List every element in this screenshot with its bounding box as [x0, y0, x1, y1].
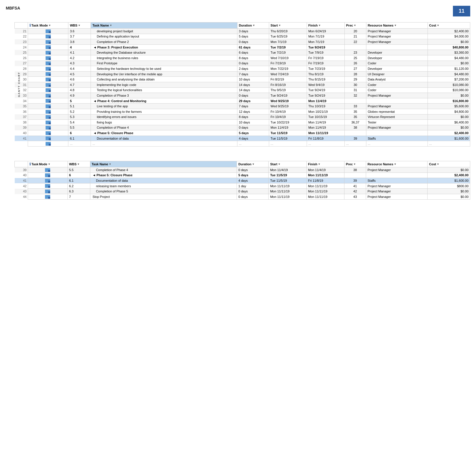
wbs-cell: 5.5	[68, 167, 90, 173]
wbs-filter-arrow[interactable]: ▼	[78, 24, 80, 27]
finish-cell: Thu 8/15/19	[307, 77, 344, 82]
cost-cell: $2,400.00	[428, 29, 470, 34]
taskname2-filter-arrow[interactable]: ▼	[109, 163, 111, 166]
cost-cell: $4,800.00	[428, 109, 470, 114]
th2-wbs[interactable]: WBS ▼	[68, 161, 90, 167]
th2-cost[interactable]: Cost ▼	[428, 161, 470, 167]
cost-cell: $4,480.00	[428, 71, 470, 77]
th2-resource[interactable]: Resource Names ▼	[366, 161, 427, 167]
wbs-cell: 5.1	[68, 104, 91, 109]
wbs-cell: 4.7	[68, 82, 91, 87]
finish-cell: Thu 10/3/19	[307, 104, 344, 109]
resource-cell: Developer	[366, 66, 428, 72]
task-mode-cell	[28, 93, 68, 98]
start-filter-arrow[interactable]: ▼	[278, 24, 281, 27]
taskname-filter-arrow[interactable]: ▼	[110, 24, 112, 27]
duration-cell: 10 days	[237, 120, 269, 125]
task-mode-cell	[28, 167, 68, 173]
prec-cell: 22	[344, 39, 366, 45]
start-cell: Tue 10/22/19	[269, 120, 307, 125]
resource-cell: Project Manager	[366, 104, 428, 109]
wbs-cell: 4.6	[68, 77, 91, 82]
duration-cell: 0 days	[237, 93, 269, 98]
resource-cell	[366, 98, 428, 104]
resource-cell: Staffs	[366, 178, 427, 183]
th-finish[interactable]: Finish ▼	[307, 23, 344, 29]
resource-cell: Project Manager	[366, 34, 428, 39]
taskname-cell: Completion of Phase 3	[91, 93, 237, 98]
wbs-cell: 6	[68, 130, 91, 136]
finish2-filter-arrow[interactable]: ▼	[318, 163, 321, 166]
th-taskname[interactable]: Task Name ▼	[91, 23, 237, 29]
prec2-filter-arrow[interactable]: ▼	[353, 163, 356, 166]
cost-cell: ...	[428, 141, 470, 147]
th-prec[interactable]: Prec ▼	[344, 23, 366, 29]
wbs2-filter-arrow[interactable]: ▼	[77, 163, 80, 166]
wbs-cell: 4.9	[68, 93, 91, 98]
task-mode-icon	[46, 115, 51, 119]
table-row: 42 6.2 releasing team members 1 day Mon …	[15, 183, 470, 189]
taskname-cell: Developing the Uer interface of the mobi…	[91, 71, 237, 77]
duration-cell: 8 days	[237, 55, 269, 61]
cost2-filter-arrow[interactable]: ▼	[437, 163, 439, 166]
table-row: 40 6 ◄ Phase 5: Closure Phase 5 days Tue…	[15, 173, 470, 178]
duration-cell: 10 days	[237, 77, 269, 82]
row-number: 25	[15, 50, 28, 55]
duration2-filter-arrow[interactable]: ▼	[252, 163, 254, 166]
wbs-cell: 7	[68, 194, 90, 200]
row-number: 37	[15, 114, 28, 120]
th-resource[interactable]: Resource Names ▼	[366, 23, 428, 29]
row-number: 44	[15, 194, 28, 200]
taskname-cell: Completion of Phase 4	[91, 125, 237, 130]
finish-cell: Thu 8/1/19	[307, 71, 344, 77]
finish-filter-arrow[interactable]: ▼	[318, 24, 321, 27]
finish-cell: Fri 7/19/19	[307, 61, 344, 66]
duration-cell: 8 days	[237, 114, 269, 120]
th2-taskname[interactable]: Task Name ▼	[90, 161, 237, 167]
cost-cell: $1,120.00	[428, 66, 470, 72]
taskmode-filter-arrow[interactable]: ▼	[48, 24, 51, 27]
wbs-cell: 4	[68, 44, 91, 50]
prec-filter-arrow[interactable]: ▼	[354, 24, 356, 27]
cost-cell: $0.00	[428, 39, 470, 45]
prec-cell: 39	[344, 178, 366, 183]
th-cost[interactable]: Cost ▼	[428, 23, 470, 29]
th2-prec[interactable]: Prec ▼	[344, 161, 366, 167]
resource-cell: Project Manager	[366, 93, 428, 98]
row-number: 28	[15, 66, 28, 72]
start2-filter-arrow[interactable]: ▼	[278, 163, 280, 166]
taskname-cell: ◄ Phase 3: Project Execution	[91, 44, 237, 50]
resource2-filter-arrow[interactable]: ▼	[394, 163, 396, 166]
cost-filter-arrow[interactable]: ▼	[437, 24, 439, 27]
task-mode-icon	[45, 190, 50, 193]
task-mode-icon	[46, 99, 51, 103]
th2-taskmode[interactable]: ℹ TaskMode ▼	[28, 161, 68, 167]
duration-filter-arrow[interactable]: ▼	[252, 24, 255, 27]
th-wbs[interactable]: WBS ▼	[68, 23, 91, 29]
th2-duration[interactable]: Duration ▼	[237, 161, 269, 167]
duration-cell: 0 days	[237, 125, 269, 130]
finish-cell: Wed 9/4/19	[307, 82, 344, 87]
start-cell: Tue 7/2/19	[269, 50, 307, 55]
prec-cell	[344, 173, 366, 178]
th-duration[interactable]: Duration ▼	[237, 23, 269, 29]
taskname-cell: Completion of Phase 5	[90, 189, 237, 194]
wbs-cell: 6	[68, 173, 90, 178]
finish-cell: Mon 11/11/19	[306, 194, 344, 200]
start-cell: Mon 11/11/19	[269, 183, 306, 189]
resource-filter-arrow[interactable]: ▼	[394, 24, 397, 27]
prec-cell: 28	[344, 71, 366, 77]
taskname-cell: Integrating the business rules	[91, 55, 237, 61]
th-taskmode[interactable]: ℹ Task Mode ▼	[28, 23, 68, 29]
th-start[interactable]: Start ▼	[269, 23, 307, 29]
duration-cell: 5 days	[237, 173, 269, 178]
task-mode-icon	[46, 94, 51, 98]
task-mode-icon	[46, 67, 51, 71]
taskname-cell: Testing the logical functionalities	[91, 87, 237, 93]
task-mode-icon	[46, 61, 51, 65]
task-mode-cell	[28, 77, 68, 82]
duration-cell: 2 days	[237, 66, 269, 72]
th2-finish[interactable]: Finish ▼	[306, 161, 344, 167]
th2-start[interactable]: Start ▼	[269, 161, 306, 167]
taskmode2-filter-arrow[interactable]: ▼	[48, 163, 50, 166]
